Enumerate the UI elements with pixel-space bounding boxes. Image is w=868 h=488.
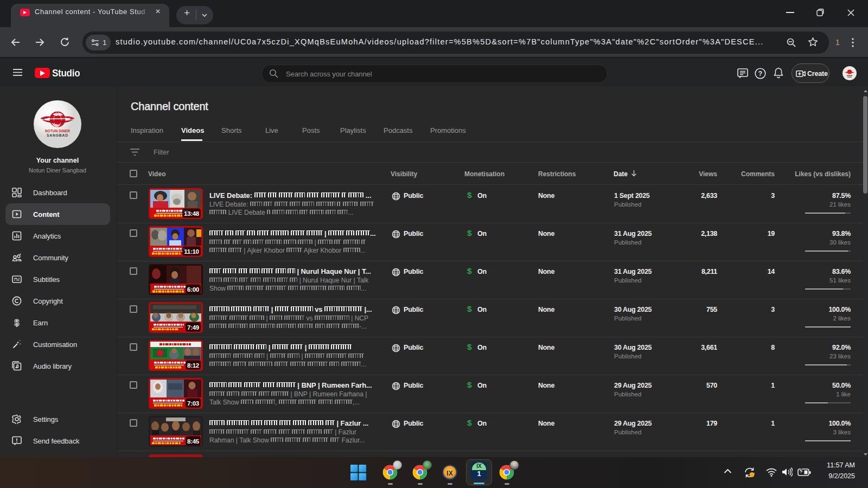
- svg-text:13:48: 13:48: [184, 210, 200, 217]
- svg-text:11:10: 11:10: [184, 248, 199, 255]
- svg-text:SANGBAD: SANGBAD: [47, 133, 68, 137]
- svg-text:NOTUN DINER: NOTUN DINER: [45, 129, 70, 133]
- svg-text:?: ?: [758, 70, 762, 78]
- svg-text:7:49: 7:49: [187, 324, 199, 331]
- svg-text:7:03: 7:03: [187, 400, 199, 407]
- svg-text:8:12: 8:12: [187, 362, 199, 369]
- svg-text:6:00: 6:00: [187, 286, 199, 293]
- svg-text:8:45: 8:45: [187, 438, 200, 445]
